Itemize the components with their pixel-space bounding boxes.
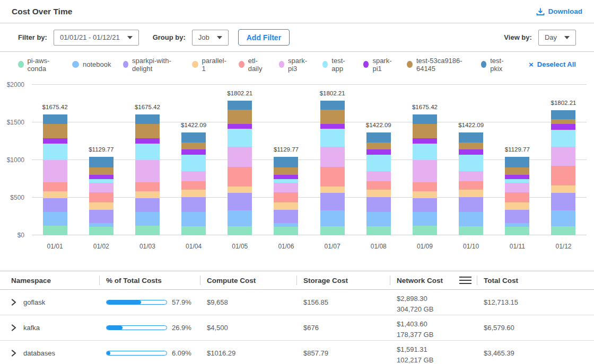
bar-segment-etl-daily[interactable] (459, 181, 483, 190)
bar-segment-sparkpi-with-delight[interactable] (228, 193, 252, 210)
date-range-select[interactable]: 01/01/21 - 01/12/21 (54, 30, 139, 46)
bar-segment-test-app[interactable] (89, 179, 113, 183)
bar-segment-test-53ca9186-64145[interactable] (505, 167, 529, 175)
bar-segment-etl-daily[interactable] (135, 182, 160, 191)
legend-item[interactable]: parallel-1 (192, 57, 227, 73)
bar-segment-test-app[interactable] (135, 144, 160, 160)
bar-segment-sparkpi-with-delight[interactable] (366, 197, 391, 212)
bar-segment-notebook[interactable] (181, 212, 206, 226)
bar-segment-test-53ca9186-64145[interactable] (459, 143, 483, 149)
legend-item[interactable]: notebook (72, 57, 111, 73)
legend-item[interactable]: spark-pi3 (279, 57, 311, 73)
bar-segment-etl-daily[interactable] (551, 166, 575, 185)
column-header-compute-cost[interactable]: Compute Cost (200, 271, 296, 289)
column-header-network-cost[interactable]: Network Cost (390, 271, 477, 289)
bar-segment-spark-pi1[interactable] (89, 175, 113, 179)
bar-segment-test-pkix[interactable] (274, 157, 298, 167)
bar-segment-pi-aws-conda[interactable] (366, 226, 391, 235)
bar-segment-pi-aws-conda[interactable] (135, 226, 160, 235)
bar-segment-spark-pi1[interactable] (366, 149, 391, 155)
bar-segment-sparkpi-with-delight[interactable] (551, 193, 575, 210)
bar-segment-test-app[interactable] (274, 179, 298, 183)
bar-segment-sparkpi-with-delight[interactable] (43, 198, 67, 211)
bar-segment-sparkpi-with-delight[interactable] (181, 197, 206, 212)
bar-segment-test-pkix[interactable] (181, 132, 206, 143)
bar-segment-pi-aws-conda[interactable] (181, 226, 206, 235)
bar-segment-test-53ca9186-64145[interactable] (320, 110, 345, 124)
bar-segment-spark-pi1[interactable] (413, 138, 437, 144)
bar-segment-test-53ca9186-64145[interactable] (43, 124, 67, 138)
bar-segment-spark-pi1[interactable] (505, 175, 529, 179)
bar-segment-pi-aws-conda[interactable] (459, 226, 483, 235)
bar-segment-spark-pi1[interactable] (135, 138, 160, 144)
bar-segment-parallel-1[interactable] (43, 191, 67, 198)
bar-segment-notebook[interactable] (505, 223, 529, 227)
bar-segment-notebook[interactable] (43, 212, 67, 226)
bar-segment-spark-pi1[interactable] (43, 138, 67, 144)
bar-segment-test-app[interactable] (228, 129, 252, 146)
chevron-right-icon[interactable] (11, 350, 16, 357)
legend-item[interactable]: pi-aws-conda (18, 57, 60, 73)
view-by-select[interactable]: Day (538, 30, 576, 46)
bar-segment-etl-daily[interactable] (181, 181, 206, 190)
bar-segment-spark-pi3[interactable] (551, 147, 575, 166)
bar-segment-spark-pi1[interactable] (181, 149, 206, 155)
bar-segment-test-app[interactable] (505, 179, 529, 183)
bar-segment-spark-pi1[interactable] (551, 124, 575, 130)
bar-segment-test-pkix[interactable] (228, 101, 252, 110)
bar-segment-etl-daily[interactable] (228, 167, 252, 187)
bar-segment-parallel-1[interactable] (320, 187, 345, 193)
bar-segment-notebook[interactable] (274, 223, 298, 227)
bar-segment-test-pkix[interactable] (413, 114, 437, 124)
bar-segment-parallel-1[interactable] (551, 185, 575, 193)
bar-segment-test-app[interactable] (320, 129, 345, 146)
legend-item[interactable]: sparkpi-with-delight (123, 57, 181, 73)
bar-segment-spark-pi3[interactable] (181, 171, 206, 181)
bar-segment-test-53ca9186-64145[interactable] (413, 124, 437, 138)
bar-segment-test-53ca9186-64145[interactable] (551, 119, 575, 124)
bar-segment-notebook[interactable] (135, 212, 160, 226)
bar-segment-notebook[interactable] (551, 210, 575, 226)
chevron-right-icon[interactable] (11, 324, 16, 331)
bar-segment-etl-daily[interactable] (43, 182, 67, 191)
bar-segment-spark-pi3[interactable] (413, 160, 437, 182)
bar-segment-sparkpi-with-delight[interactable] (89, 210, 113, 223)
bar-segment-test-app[interactable] (366, 155, 391, 172)
bar-segment-notebook[interactable] (228, 210, 252, 226)
bar-segment-etl-daily[interactable] (366, 181, 391, 190)
bar-segment-test-53ca9186-64145[interactable] (135, 124, 160, 138)
bar-segment-test-pkix[interactable] (320, 101, 345, 110)
bar-segment-spark-pi3[interactable] (505, 183, 529, 192)
bar-segment-etl-daily[interactable] (320, 167, 345, 187)
bar-segment-sparkpi-with-delight[interactable] (459, 197, 483, 212)
bar-segment-spark-pi3[interactable] (135, 160, 160, 182)
bar-segment-test-app[interactable] (43, 144, 67, 160)
bar-segment-test-pkix[interactable] (551, 110, 575, 119)
bar-segment-spark-pi3[interactable] (459, 171, 483, 181)
bar-segment-pi-aws-conda[interactable] (551, 226, 575, 235)
bar-segment-notebook[interactable] (413, 212, 437, 226)
bar-segment-test-app[interactable] (551, 130, 575, 147)
bar-segment-spark-pi1[interactable] (459, 149, 483, 155)
chevron-right-icon[interactable] (11, 299, 16, 306)
bar-segment-spark-pi1[interactable] (228, 124, 252, 129)
bar-segment-etl-daily[interactable] (274, 192, 298, 202)
legend-item[interactable]: test-app (322, 57, 352, 73)
bar-segment-notebook[interactable] (459, 212, 483, 226)
bar-segment-pi-aws-conda[interactable] (228, 226, 252, 235)
bar-segment-pi-aws-conda[interactable] (413, 226, 437, 235)
bar-segment-test-pkix[interactable] (43, 114, 67, 124)
bar-segment-sparkpi-with-delight[interactable] (505, 210, 529, 223)
bar-segment-parallel-1[interactable] (366, 190, 391, 197)
add-filter-button[interactable]: Add Filter (238, 29, 290, 46)
deselect-all-button[interactable]: × Deselect All (529, 60, 576, 68)
bar-segment-test-pkix[interactable] (135, 114, 160, 124)
bar-segment-test-app[interactable] (459, 155, 483, 172)
legend-item[interactable]: spark-pi1 (363, 57, 395, 73)
bar-segment-pi-aws-conda[interactable] (320, 226, 345, 235)
group-by-select[interactable]: Job (192, 30, 229, 46)
bar-segment-notebook[interactable] (366, 212, 391, 226)
download-button[interactable]: Download (536, 7, 583, 16)
bar-segment-test-53ca9186-64145[interactable] (89, 167, 113, 175)
bar-segment-sparkpi-with-delight[interactable] (320, 193, 345, 210)
